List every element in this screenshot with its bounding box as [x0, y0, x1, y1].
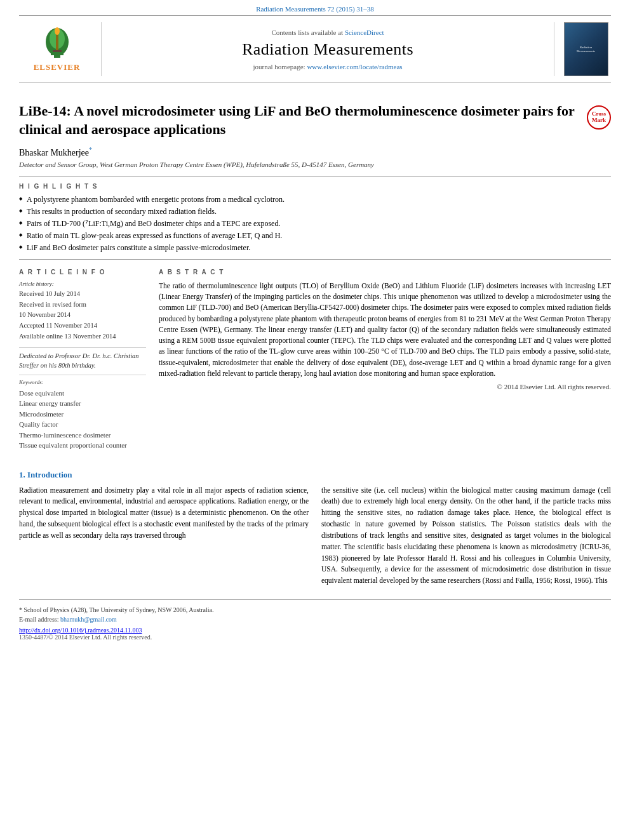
svg-rect-6: [53, 50, 62, 52]
journal-title: Radiation Measurements: [242, 40, 413, 59]
dedicated-text: Dedicated to Professor Dr. Dr. h.c. Chri…: [19, 352, 146, 370]
article-info-col: A R T I C L E I N F O Article history: R…: [19, 269, 146, 457]
article-info-label: A R T I C L E I N F O: [19, 269, 146, 276]
footnote-section: * School of Physics (A28), The Universit…: [19, 599, 611, 641]
svg-point-5: [55, 27, 60, 35]
highlight-item: This results in production of secondary …: [19, 207, 611, 217]
copyright-text: © 2014 Elsevier Ltd. All rights reserved…: [159, 383, 611, 390]
journal-header-center: Contents lists available at ScienceDirec…: [102, 22, 554, 76]
info-divider-2: [19, 375, 146, 375]
keyword-item: Dose equivalent: [19, 388, 146, 399]
abstract-col: A B S T R A C T The ratio of thermolumin…: [159, 269, 611, 457]
intro-number: 1.: [19, 470, 27, 479]
elsevier-brand-text: ELSEVIER: [34, 62, 81, 72]
highlight-item: Ratio of main TL glow-peak areas express…: [19, 231, 611, 241]
footnote-email: E-mail address: bhamukh@gmail.com: [19, 615, 611, 624]
homepage-label: journal homepage:: [253, 63, 305, 70]
main-content: CrossMark LiBe-14: A novel microdosimete…: [0, 83, 630, 653]
elsevier-tree-icon: [35, 26, 79, 61]
received-date: Received 10 July 2014: [19, 290, 146, 299]
elsevier-logo-area: ELSEVIER: [19, 22, 102, 76]
received-revised-label: Received in revised form: [19, 300, 146, 310]
intro-title: Introduction: [27, 470, 72, 479]
introduction-section: 1. Introduction Radiation measurement an…: [19, 470, 611, 587]
keyword-item: Thermo-luminescence dosimeter: [19, 430, 146, 441]
intro-right-col: the sensitive site (i.e. cell nucleus) w…: [321, 485, 611, 587]
accepted-date: Accepted 11 November 2014: [19, 321, 146, 331]
author-name: Bhaskar Mukherjee*: [19, 146, 611, 158]
author-note: *: [89, 146, 92, 153]
revised-date: 10 November 2014: [19, 310, 146, 320]
sciencedirect-line: Contents lists available at ScienceDirec…: [271, 29, 384, 36]
keywords-list: Dose equivalentLinear energy transferMic…: [19, 388, 146, 451]
available-date: Available online 13 November 2014: [19, 332, 146, 342]
journal-header: ELSEVIER Contents lists available at Sci…: [19, 15, 611, 83]
title-area: CrossMark LiBe-14: A novel microdosimete…: [19, 102, 611, 138]
intro-left-text: Radiation measurement and dosimetry play…: [19, 485, 309, 542]
keywords-label: Keywords:: [19, 379, 146, 385]
highlights-label: H I G H L I G H T S: [19, 183, 611, 190]
footnote-star-note: * School of Physics (A28), The Universit…: [19, 605, 611, 615]
keywords-section: Keywords: Dose equivalentLinear energy t…: [19, 379, 146, 451]
highlights-list: A polystyrene phantom bombarded with ene…: [19, 195, 611, 253]
footnote-email-link[interactable]: bhamukh@gmail.com: [60, 616, 117, 623]
article-title: LiBe-14: A novel microdosimeter using Li…: [19, 102, 611, 138]
intro-two-col: Radiation measurement and dosimetry play…: [19, 485, 611, 587]
history-section: Article history: Received 10 July 2014 R…: [19, 281, 146, 341]
page: Radiation Measurements 72 (2015) 31–38: [0, 0, 630, 840]
crossmark-area: CrossMark: [587, 105, 611, 130]
journal-ref-text: Radiation Measurements 72 (2015) 31–38: [256, 5, 374, 13]
intro-left-col: Radiation measurement and dosimetry play…: [19, 485, 309, 587]
homepage-line: journal homepage: www.elsevier.com/locat…: [253, 63, 402, 70]
divider-after-highlights: [19, 259, 611, 260]
sciencedirect-label: Contents lists available at: [271, 29, 343, 36]
journal-reference: Radiation Measurements 72 (2015) 31–38: [0, 0, 630, 15]
keyword-item: Linear energy transfer: [19, 398, 146, 409]
footnote-email-label: E-mail address:: [19, 616, 58, 623]
doi-text: http://dx.doi.org/10.1016/j.radmeas.2014…: [19, 627, 611, 634]
doi-link[interactable]: http://dx.doi.org/10.1016/j.radmeas.2014…: [19, 627, 142, 634]
author-name-text: Bhaskar Mukherjee: [19, 148, 89, 157]
highlight-item: Pairs of TLD-700 (⁷LiF:Ti,Mg) and BeO do…: [19, 219, 611, 229]
homepage-link[interactable]: www.elsevier.com/locate/radmeas: [307, 63, 402, 70]
abstract-label: A B S T R A C T: [159, 269, 611, 276]
issn-text: 1350-4487/© 2014 Elsevier Ltd. All right…: [19, 634, 611, 641]
affiliation-text: Detector and Sensor Group, West German P…: [19, 161, 611, 168]
svg-rect-4: [56, 32, 58, 51]
journal-cover-area: RadiationMeasurements: [554, 22, 611, 76]
info-divider-1: [19, 347, 146, 348]
divider-after-affiliation: [19, 176, 611, 177]
highlights-section: H I G H L I G H T S A polystyrene phanto…: [19, 183, 611, 253]
article-info-abstract-row: A R T I C L E I N F O Article history: R…: [19, 269, 611, 457]
abstract-text: The ratio of thermoluminescence light ou…: [159, 281, 611, 379]
journal-cover-image: RadiationMeasurements: [564, 22, 608, 76]
intro-heading: 1. Introduction: [19, 470, 611, 480]
article-history-label: Article history:: [19, 281, 146, 287]
keyword-item: Tissue equivalent proportional counter: [19, 440, 146, 451]
keyword-item: Microdosimeter: [19, 409, 146, 420]
journal-cover-text: RadiationMeasurements: [575, 44, 596, 55]
crossmark-badge: CrossMark: [587, 105, 611, 130]
keyword-item: Quality factor: [19, 419, 146, 430]
highlight-item: LiF and BeO dosimeter pairs constitute a…: [19, 243, 611, 253]
intro-right-text: the sensitive site (i.e. cell nucleus) w…: [321, 485, 611, 587]
sciencedirect-link[interactable]: ScienceDirect: [345, 29, 384, 36]
elsevier-logo: ELSEVIER: [34, 26, 81, 72]
highlight-item: A polystyrene phantom bombarded with ene…: [19, 195, 611, 204]
